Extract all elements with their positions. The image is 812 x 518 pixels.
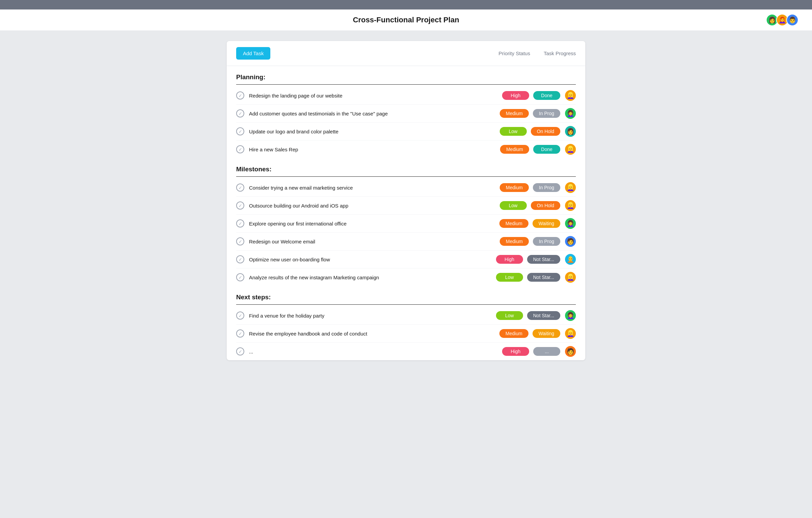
task-name: Outsource building our Android and iOS a… xyxy=(249,203,500,209)
task-badges: LowNot Star... xyxy=(496,311,560,320)
status-badge: On Hold xyxy=(531,201,560,210)
task-name: Update our logo and brand color palette xyxy=(249,129,500,134)
task-badges: MediumWaiting xyxy=(499,329,560,338)
avatar-3: 👨 xyxy=(786,14,798,26)
priority-badge: Medium xyxy=(500,145,529,154)
task-name: Add customer quotes and testimonials in … xyxy=(249,111,500,116)
task-name: Hire a new Sales Rep xyxy=(249,147,500,152)
task-badges: HighDone xyxy=(502,91,560,100)
status-badge: Waiting xyxy=(533,329,560,338)
avatar: 🧑 xyxy=(565,236,576,247)
table-row: ✓Optimize new user on-boarding flowHighN… xyxy=(236,251,576,268)
section-header-milestones: Milestones: xyxy=(236,158,576,176)
avatar: 👱‍♀️ xyxy=(565,272,576,283)
avatar: 👩‍🦱 xyxy=(565,108,576,119)
task-checkbox[interactable]: ✓ xyxy=(236,184,244,192)
task-checkbox[interactable]: ✓ xyxy=(236,255,244,263)
task-checkbox[interactable]: ✓ xyxy=(236,219,244,228)
task-name: Redesign the landing page of our website xyxy=(249,93,502,99)
priority-badge: Low xyxy=(500,201,527,210)
task-name: Optimize new user on-boarding flow xyxy=(249,257,496,262)
task-checkbox[interactable]: ✓ xyxy=(236,237,244,245)
table-row: ✓Redesign our Welcome emailMediumIn Prog… xyxy=(236,233,576,251)
task-checkbox[interactable]: ✓ xyxy=(236,109,244,117)
priority-badge: Medium xyxy=(499,329,528,338)
task-name: Revise the employee handbook and code of… xyxy=(249,331,499,337)
task-name: Consider trying a new email marketing se… xyxy=(249,185,500,191)
avatar: 👩 xyxy=(565,126,576,137)
priority-badge: Low xyxy=(496,273,523,282)
section-header-next-steps: Next steps: xyxy=(236,286,576,304)
header: Cross-Functional Project Plan 👩 👩‍🦰 👨 xyxy=(0,9,812,31)
priority-badge: Medium xyxy=(499,219,528,228)
status-badge: Not Star... xyxy=(527,255,560,264)
avatar: 👩‍🦱 xyxy=(565,310,576,321)
task-badges: High... xyxy=(502,347,560,356)
section-divider-milestones xyxy=(236,176,576,177)
status-badge: Not Star... xyxy=(527,311,560,320)
header-avatars: 👩 👩‍🦰 👨 xyxy=(768,14,798,26)
add-task-button[interactable]: Add Task xyxy=(236,47,270,60)
avatar: 👩‍🦱 xyxy=(565,218,576,229)
priority-badge: Low xyxy=(500,127,527,136)
status-badge: In Prog xyxy=(533,183,560,192)
top-bar xyxy=(0,0,812,9)
task-checkbox[interactable]: ✓ xyxy=(236,273,244,281)
avatar: 👱‍♀️ xyxy=(565,144,576,155)
sections-container: Planning:✓Redesign the landing page of o… xyxy=(227,66,585,360)
toolbar-labels: Priority Status Task Progress xyxy=(499,50,576,56)
task-checkbox[interactable]: ✓ xyxy=(236,347,244,355)
section-planning: Planning:✓Redesign the landing page of o… xyxy=(227,66,585,158)
priority-badge: Low xyxy=(496,311,523,320)
task-checkbox[interactable]: ✓ xyxy=(236,145,244,153)
status-badge: Waiting xyxy=(533,219,560,228)
table-row: ✓Find a venue for the holiday partyLowNo… xyxy=(236,307,576,325)
task-progress-label: Task Progress xyxy=(544,50,576,56)
priority-status-label: Priority Status xyxy=(499,50,530,56)
task-badges: MediumIn Prog xyxy=(500,237,560,246)
priority-badge: High xyxy=(496,255,523,264)
task-badges: MediumDone xyxy=(500,145,560,154)
section-header-planning: Planning: xyxy=(236,66,576,84)
section-divider-next-steps xyxy=(236,304,576,305)
task-badges: MediumIn Prog xyxy=(500,109,560,118)
table-row: ✓Outsource building our Android and iOS … xyxy=(236,197,576,215)
status-badge: Not Star... xyxy=(527,273,560,282)
task-badges: MediumIn Prog xyxy=(500,183,560,192)
table-row: ✓Analyze results of the new instagram Ma… xyxy=(236,268,576,286)
task-checkbox[interactable]: ✓ xyxy=(236,329,244,338)
avatar: 👱‍♀️ xyxy=(565,200,576,211)
table-row: ✓Hire a new Sales RepMediumDone👱‍♀️ xyxy=(236,141,576,158)
priority-badge: Medium xyxy=(500,237,529,246)
status-badge: Done xyxy=(533,91,560,100)
priority-badge: High xyxy=(502,91,529,100)
section-next-steps: Next steps:✓Find a venue for the holiday… xyxy=(227,286,585,360)
avatar: 👱‍♀️ xyxy=(565,328,576,339)
status-badge: In Prog xyxy=(533,237,560,246)
table-row: ✓Redesign the landing page of our websit… xyxy=(236,87,576,105)
task-checkbox[interactable]: ✓ xyxy=(236,91,244,100)
task-badges: LowOn Hold xyxy=(500,127,560,136)
toolbar: Add Task Priority Status Task Progress xyxy=(227,41,585,66)
priority-badge: Medium xyxy=(500,183,529,192)
table-row: ✓Update our logo and brand color palette… xyxy=(236,123,576,141)
section-milestones: Milestones:✓Consider trying a new email … xyxy=(227,158,585,286)
task-badges: LowNot Star... xyxy=(496,273,560,282)
avatar: 👱‍♀️ xyxy=(565,182,576,193)
task-checkbox[interactable]: ✓ xyxy=(236,127,244,135)
status-badge: Done xyxy=(533,145,560,154)
task-checkbox[interactable]: ✓ xyxy=(236,201,244,210)
priority-badge: Medium xyxy=(500,109,529,118)
task-name: ... xyxy=(249,349,502,354)
status-badge: On Hold xyxy=(531,127,560,136)
table-row: ✓...High...🧑 xyxy=(236,343,576,360)
avatar: 🧑‍🦲 xyxy=(565,254,576,265)
task-checkbox[interactable]: ✓ xyxy=(236,311,244,320)
page-title: Cross-Functional Project Plan xyxy=(353,16,459,24)
task-name: Redesign our Welcome email xyxy=(249,239,500,244)
task-badges: HighNot Star... xyxy=(496,255,560,264)
avatar: 👱‍♀️ xyxy=(565,90,576,101)
task-badges: LowOn Hold xyxy=(500,201,560,210)
section-divider-planning xyxy=(236,84,576,85)
task-name: Find a venue for the holiday party xyxy=(249,313,496,319)
